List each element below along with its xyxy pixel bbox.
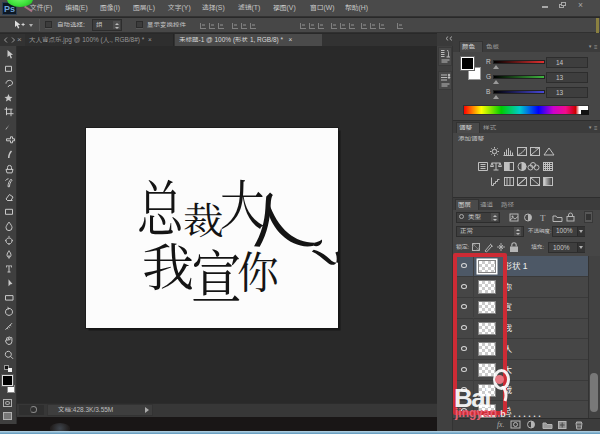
svg-text:T: T bbox=[540, 213, 546, 223]
